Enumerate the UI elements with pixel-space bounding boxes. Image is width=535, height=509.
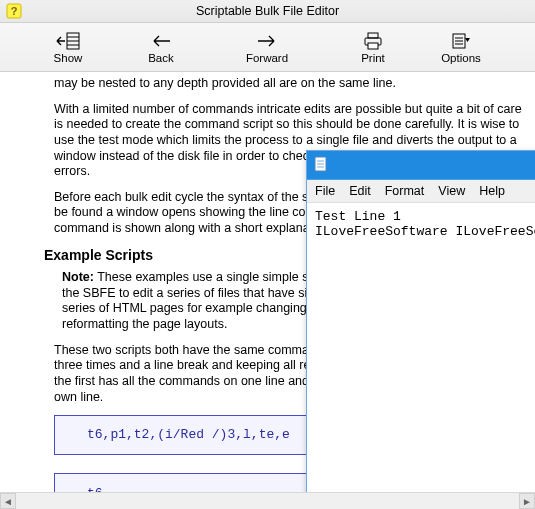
menu-format[interactable]: Format <box>385 184 425 198</box>
options-icon <box>450 30 472 52</box>
body-text: may be nested to any depth provided all … <box>54 76 531 92</box>
toolbar-label: Back <box>148 52 174 64</box>
options-button[interactable]: Options <box>426 30 496 64</box>
menu-file[interactable]: File <box>315 184 335 198</box>
output-titlebar[interactable] <box>307 151 535 180</box>
toolbar: Show Back Forward Print <box>0 23 535 72</box>
back-icon <box>150 30 172 52</box>
forward-icon <box>256 30 278 52</box>
horizontal-scrollbar[interactable]: ◄ ► <box>0 492 535 509</box>
menu-view[interactable]: View <box>438 184 465 198</box>
notepad-icon <box>313 156 329 175</box>
output-menubar: File Edit Format View Help <box>307 180 535 203</box>
svg-text:?: ? <box>11 5 18 17</box>
toolbar-label: Forward <box>246 52 288 64</box>
menu-edit[interactable]: Edit <box>349 184 371 198</box>
svg-rect-6 <box>368 33 378 38</box>
scroll-right-icon[interactable]: ► <box>519 493 535 509</box>
output-text[interactable]: Test Line 1 ILoveFreeSoftware ILoveFreeS… <box>307 203 535 503</box>
svg-rect-8 <box>368 43 378 49</box>
show-icon <box>55 30 81 52</box>
output-window[interactable]: File Edit Format View Help Test Line 1 I… <box>306 150 535 504</box>
back-button[interactable]: Back <box>108 30 214 64</box>
print-icon <box>363 30 383 52</box>
scroll-left-icon[interactable]: ◄ <box>0 493 16 509</box>
titlebar: ? Scriptable Bulk File Editor <box>0 0 535 23</box>
forward-button[interactable]: Forward <box>214 30 320 64</box>
print-button[interactable]: Print <box>320 30 426 64</box>
window-title: Scriptable Bulk File Editor <box>196 4 339 18</box>
menu-help[interactable]: Help <box>479 184 505 198</box>
toolbar-label: Show <box>54 52 83 64</box>
note-label: Note: <box>62 270 94 284</box>
toolbar-label: Options <box>441 52 481 64</box>
app-icon: ? <box>6 3 22 19</box>
toolbar-label: Print <box>361 52 385 64</box>
show-button[interactable]: Show <box>28 30 108 64</box>
